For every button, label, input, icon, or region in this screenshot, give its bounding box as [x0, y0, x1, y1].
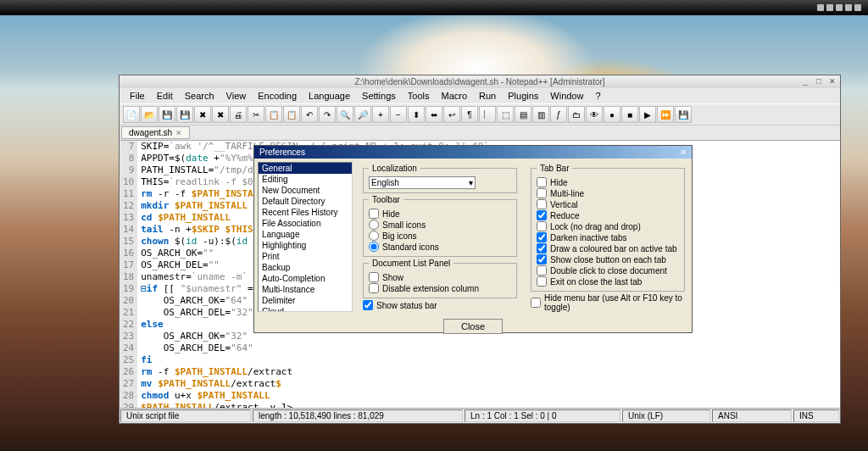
maximize-icon[interactable]: □: [813, 76, 825, 86]
func-list-icon[interactable]: ƒ: [550, 106, 567, 123]
localization-legend: Localization: [369, 164, 420, 173]
tabbar-colorbar[interactable]: Draw a coloured bar on active tab: [537, 243, 679, 253]
indent-guide-icon[interactable]: ⎸: [479, 106, 496, 123]
doclist-group: Document List Panel Show Disable extensi…: [363, 259, 517, 298]
localization-combo[interactable]: English ▾: [369, 176, 476, 189]
save-macro-icon[interactable]: 💾: [675, 106, 692, 123]
menu-tools[interactable]: Tools: [403, 90, 435, 102]
doclist-legend: Document List Panel: [369, 259, 453, 268]
tabbar-group: Tab Bar Hide Multi-line Vertical Reduce …: [531, 164, 685, 292]
zoom-out-icon[interactable]: −: [390, 106, 407, 123]
preferences-category-list[interactable]: GeneralEditingNew DocumentDefault Direct…: [258, 162, 353, 312]
wrap-icon[interactable]: ↩: [443, 106, 460, 123]
tabbar-reduce[interactable]: Reduce: [537, 210, 679, 220]
pref-category-file-association[interactable]: File Association: [259, 218, 352, 229]
dialog-close-icon[interactable]: ✕: [680, 148, 687, 157]
tabbar-multiline[interactable]: Multi-line: [537, 188, 679, 198]
find-icon[interactable]: 🔍: [337, 106, 353, 123]
redo-icon[interactable]: ↷: [319, 106, 336, 123]
pref-category-multi-instance[interactable]: Multi-Instance: [259, 284, 352, 295]
main-toolbar: 📄 📂 💾 💾 ✖ ✖ 🖨 ✂ 📋 📋 ↶ ↷ 🔍 🔎 + − ⬍ ⬌ ↩ ¶ …: [120, 103, 840, 125]
pref-category-auto-completion[interactable]: Auto-Completion: [259, 273, 352, 284]
pref-category-cloud[interactable]: Cloud: [259, 306, 352, 312]
copy-icon[interactable]: 📋: [265, 106, 282, 123]
tabbar-closebtn[interactable]: Show close button on each tab: [537, 254, 679, 264]
toolbar-big[interactable]: Big icons: [369, 231, 511, 241]
menu-?[interactable]: ?: [590, 90, 605, 102]
play-multi-icon[interactable]: ⏩: [657, 106, 674, 123]
folder-view-icon[interactable]: 🗀: [568, 106, 585, 123]
dialog-title: Preferences: [259, 148, 305, 157]
pref-category-delimiter[interactable]: Delimiter: [259, 295, 352, 306]
play-macro-icon[interactable]: ▶: [639, 106, 656, 123]
doc-map-icon[interactable]: ▤: [515, 106, 531, 123]
status-position: Ln : 1 Col : 1 Sel : 0 | 0: [465, 409, 620, 422]
show-all-chars-icon[interactable]: ¶: [461, 106, 478, 123]
pref-category-print[interactable]: Print: [259, 251, 352, 262]
hide-menubar[interactable]: Hide menu bar (use Alt or F10 key to tog…: [531, 293, 685, 312]
save-all-icon[interactable]: 💾: [176, 106, 193, 123]
status-encoding: ANSI: [712, 409, 792, 422]
menu-edit[interactable]: Edit: [152, 90, 178, 102]
save-icon[interactable]: 💾: [159, 106, 175, 123]
pref-category-highlighting[interactable]: Highlighting: [259, 240, 352, 251]
menu-language[interactable]: Language: [303, 90, 355, 102]
doc-list-icon[interactable]: ▥: [532, 106, 549, 123]
doclist-show[interactable]: Show: [369, 272, 511, 282]
toolbar-standard[interactable]: Standard icons: [369, 242, 511, 252]
new-file-icon[interactable]: 📄: [123, 106, 140, 123]
toolbar-hide[interactable]: Hide: [369, 209, 511, 219]
menu-encoding[interactable]: Encoding: [253, 90, 302, 102]
record-macro-icon[interactable]: ●: [604, 106, 620, 123]
menu-file[interactable]: File: [125, 90, 150, 102]
dialog-titlebar[interactable]: Preferences ✕: [254, 146, 692, 159]
menu-macro[interactable]: Macro: [436, 90, 472, 102]
menu-search[interactable]: Search: [180, 90, 220, 102]
sync-h-icon[interactable]: ⬌: [426, 106, 442, 123]
close-file-icon[interactable]: ✖: [194, 106, 211, 123]
tabbar-darken[interactable]: Darken inactive tabs: [537, 232, 679, 242]
localization-group: Localization English ▾: [363, 164, 517, 193]
menu-view[interactable]: View: [221, 90, 252, 102]
pref-category-recent-files-history[interactable]: Recent Files History: [259, 207, 352, 218]
menu-plugins[interactable]: Plugins: [503, 90, 543, 102]
minimize-icon[interactable]: _: [799, 76, 811, 86]
show-status-bar[interactable]: Show status bar: [363, 300, 517, 310]
tabbar-vertical[interactable]: Vertical: [537, 199, 679, 209]
stop-macro-icon[interactable]: ■: [621, 106, 638, 123]
open-file-icon[interactable]: 📂: [141, 106, 158, 123]
close-icon[interactable]: ✕: [826, 76, 838, 86]
pref-category-general[interactable]: General: [259, 163, 352, 174]
menu-run[interactable]: Run: [474, 90, 501, 102]
print-icon[interactable]: 🖨: [230, 106, 247, 123]
tabbar-hide[interactable]: Hide: [537, 177, 679, 187]
pref-category-new-document[interactable]: New Document: [259, 185, 352, 196]
tabbar-dblclick[interactable]: Double click to close document: [537, 265, 679, 276]
zoom-in-icon[interactable]: +: [372, 106, 389, 123]
pref-category-editing[interactable]: Editing: [259, 174, 352, 185]
menu-bar: FileEditSearchViewEncodingLanguageSettin…: [120, 88, 840, 103]
cut-icon[interactable]: ✂: [248, 106, 264, 123]
document-tabbar: dwagent.sh ✕: [120, 125, 840, 141]
paste-icon[interactable]: 📋: [283, 106, 300, 123]
menu-settings[interactable]: Settings: [357, 90, 401, 102]
pref-category-backup[interactable]: Backup: [259, 262, 352, 273]
udl-icon[interactable]: ⬚: [497, 106, 514, 123]
tab-close-icon[interactable]: ✕: [175, 129, 182, 137]
close-all-icon[interactable]: ✖: [212, 106, 229, 123]
menu-window[interactable]: Window: [545, 90, 588, 102]
tabbar-lock[interactable]: Lock (no drag and drop): [537, 221, 679, 231]
window-titlebar[interactable]: Z:\home\denik\Downloads\dwagent.sh - Not…: [120, 75, 840, 88]
pref-category-language[interactable]: Language: [259, 229, 352, 240]
tabbar-exitlast[interactable]: Exit on close the last tab: [537, 276, 679, 287]
toolbar-small[interactable]: Small icons: [369, 220, 511, 230]
monitor-icon[interactable]: 👁: [586, 106, 603, 123]
undo-icon[interactable]: ↶: [301, 106, 318, 123]
pref-category-default-directory[interactable]: Default Directory: [259, 196, 352, 207]
status-bar: Unix script file length : 10,518,490 lin…: [120, 408, 840, 423]
doclist-disable-ext[interactable]: Disable extension column: [369, 283, 511, 293]
replace-icon[interactable]: 🔎: [354, 106, 371, 123]
close-button[interactable]: Close: [443, 319, 503, 334]
sync-v-icon[interactable]: ⬍: [408, 106, 425, 123]
tab-dwagent[interactable]: dwagent.sh ✕: [121, 126, 190, 139]
